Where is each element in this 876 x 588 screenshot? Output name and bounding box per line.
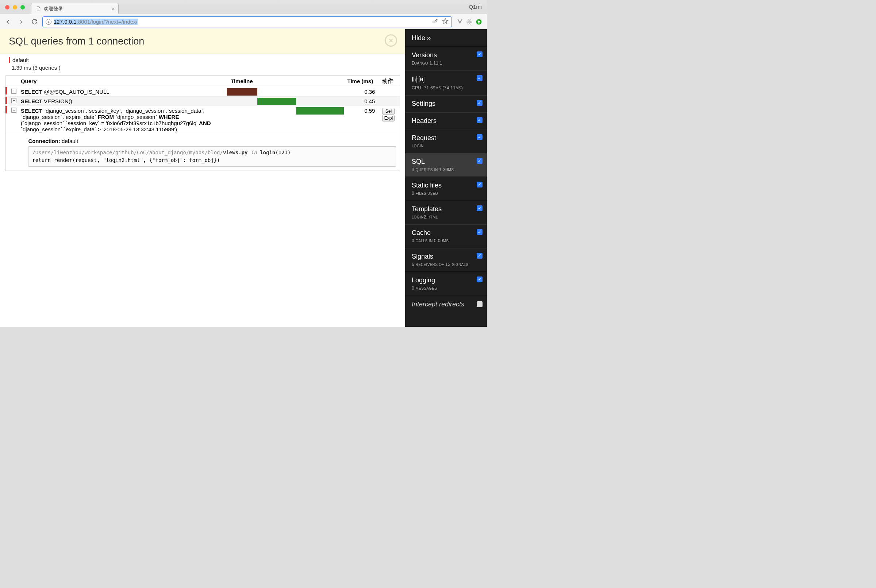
panel-subtitle: DJANGO 1.11.1 xyxy=(412,60,481,66)
panel-checkbox[interactable]: ✓ xyxy=(477,276,482,282)
toolbar-panel-cache[interactable]: Cache0 CALLS IN 0.00MS✓ xyxy=(405,224,487,248)
panel-title: Templates xyxy=(412,206,481,213)
nav-reload-button[interactable] xyxy=(29,17,39,27)
nav-back-button[interactable] xyxy=(3,17,13,27)
browser-tab[interactable]: 欢迎登录 × xyxy=(31,3,119,14)
query-actions xyxy=(379,97,400,106)
panel-subtitle: 0 MESSAGES xyxy=(412,286,481,291)
panel-title: Static files xyxy=(412,182,481,189)
panel-subtitle: 0 CALLS IN 0.00MS xyxy=(412,238,481,243)
react-ext-icon[interactable] xyxy=(466,18,473,26)
panel-subtitle: LOGIN2.HTML xyxy=(412,214,481,220)
toolbar-panel-request[interactable]: RequestLOGIN✓ xyxy=(405,129,487,153)
panel-title: Logging xyxy=(412,276,481,284)
sql-queries-table: Query Timeline Time (ms) 动作 + SELECT @@S… xyxy=(6,75,400,171)
timeline-bar xyxy=(257,98,296,105)
panel-checkbox[interactable]: ✓ xyxy=(477,253,482,259)
connection-name: default xyxy=(9,57,397,63)
query-row: − SELECT `django_session`.`session_key`,… xyxy=(6,106,400,134)
tab-close-button[interactable]: × xyxy=(112,6,114,12)
toolbar-panel-settings[interactable]: Settings✓ xyxy=(405,95,487,112)
panel-checkbox[interactable]: ✓ xyxy=(477,117,482,123)
panel-checkbox[interactable]: ✓ xyxy=(477,206,482,211)
sql-panel: SQL queries from 1 connection × default … xyxy=(0,29,405,327)
toolbar-panel-templates[interactable]: TemplatesLOGIN2.HTML✓ xyxy=(405,201,487,224)
panel-title: Settings xyxy=(412,100,481,108)
panel-subtitle: 6 RECEIVERS OF 12 SIGNALS xyxy=(412,262,481,267)
window-maximize-button[interactable] xyxy=(20,5,25,9)
panel-title: SQL queries from 1 connection xyxy=(9,36,397,47)
panel-subtitle: 0 FILES USED xyxy=(412,191,481,196)
window-controls xyxy=(5,5,25,9)
toolbar-panel-时间[interactable]: 时间CPU: 71.69MS (74.11MS)✓ xyxy=(405,70,487,95)
up-ext-icon[interactable] xyxy=(475,18,482,26)
star-icon[interactable] xyxy=(442,18,449,26)
window-close-button[interactable] xyxy=(5,5,9,9)
query-text: SELECT `django_session`.`session_key`, `… xyxy=(21,108,211,132)
info-icon[interactable]: i xyxy=(46,19,51,25)
extension-icons xyxy=(455,18,484,26)
query-row: + SELECT VERSION() 0.45 xyxy=(6,97,400,106)
url-text: 127.0.0.1:8001/login/?next=/index/ xyxy=(54,19,430,25)
col-header-time: Time (ms) xyxy=(344,75,379,87)
vue-ext-icon[interactable] xyxy=(456,18,464,26)
panel-checkbox[interactable]: ✓ xyxy=(477,100,482,106)
panel-subtitle: 3 QUERIES IN 1.39MS xyxy=(412,167,481,172)
panel-title: Headers xyxy=(412,117,481,125)
panel-title: Request xyxy=(412,134,481,142)
toggle-row-button[interactable]: + xyxy=(11,98,17,103)
timeline-bar xyxy=(296,107,344,114)
window-minimize-button[interactable] xyxy=(13,5,17,9)
query-time: 0.36 xyxy=(344,87,379,97)
toolbar-hide-button[interactable]: Hide » xyxy=(405,29,487,47)
timeline-bar xyxy=(227,88,257,96)
query-time: 0.59 xyxy=(344,106,379,134)
panel-checkbox[interactable]: ✓ xyxy=(477,51,482,57)
col-header-query: Query xyxy=(17,75,227,87)
action-expl-button[interactable]: Expl xyxy=(382,115,395,122)
action-sel-button[interactable]: Sel xyxy=(382,108,395,114)
toolbar-panel-headers[interactable]: Headers✓ xyxy=(405,112,487,129)
toolbar-panel-versions[interactable]: VersionsDJANGO 1.11.1✓ xyxy=(405,47,487,70)
severity-bar xyxy=(6,87,7,94)
panel-checkbox[interactable]: ✓ xyxy=(477,158,482,164)
panel-checkbox[interactable]: ✓ xyxy=(477,182,482,188)
panel-checkbox[interactable]: ✓ xyxy=(477,134,482,140)
panel-title: Cache xyxy=(412,229,481,237)
panel-checkbox[interactable]: ✓ xyxy=(477,75,482,81)
svg-point-1 xyxy=(469,21,470,22)
query-time: 0.45 xyxy=(344,97,379,106)
col-header-action: 动作 xyxy=(379,75,400,87)
close-panel-button[interactable]: × xyxy=(385,34,397,47)
panel-subtitle: LOGIN xyxy=(412,143,481,148)
panel-title: SQL xyxy=(412,158,481,166)
tab-title: 欢迎登录 xyxy=(44,6,109,12)
toolbar-panel-signals[interactable]: Signals6 RECEIVERS OF 12 SIGNALS✓ xyxy=(405,248,487,272)
intercept-checkbox[interactable] xyxy=(477,301,482,307)
connection-line: Connection: default xyxy=(28,138,396,144)
panel-title: Versions xyxy=(412,51,481,59)
nav-forward-button[interactable] xyxy=(16,17,26,27)
address-bar[interactable]: i 127.0.0.1:8001/login/?next=/index/ xyxy=(42,16,452,27)
col-header-timeline: Timeline xyxy=(227,75,344,87)
severity-bar xyxy=(6,106,7,114)
browser-chrome: 欢迎登录 × Q1mi i 127.0.0.1:8001/login/?next… xyxy=(0,0,487,29)
traceback-box: /Users/liwenzhou/workspace/github/CoC/ab… xyxy=(28,146,396,167)
toggle-row-button[interactable]: + xyxy=(11,88,17,94)
profile-badge[interactable]: Q1mi xyxy=(469,4,482,10)
toolbar-panel-sql[interactable]: SQL3 QUERIES IN 1.39MS✓ xyxy=(405,153,487,177)
debug-toolbar: Hide » VersionsDJANGO 1.11.1✓时间CPU: 71.6… xyxy=(405,29,487,327)
toolbar-panel-logging[interactable]: Logging0 MESSAGES✓ xyxy=(405,272,487,296)
intercept-redirects-label[interactable]: Intercept redirects xyxy=(405,296,487,314)
panel-checkbox[interactable]: ✓ xyxy=(477,229,482,235)
query-actions: SelExpl xyxy=(379,106,400,134)
sql-panel-header: SQL queries from 1 connection × xyxy=(0,29,405,54)
toolbar-panel-static-files[interactable]: Static files0 FILES USED✓ xyxy=(405,177,487,201)
panel-title: 时间 xyxy=(412,75,481,84)
severity-bar xyxy=(6,97,7,104)
connection-summary: 1.39 ms (3 queries ) xyxy=(12,64,397,71)
query-actions xyxy=(379,87,400,97)
key-icon[interactable] xyxy=(432,18,438,26)
toggle-row-button[interactable]: − xyxy=(11,108,17,113)
panel-subtitle: CPU: 71.69MS (74.11MS) xyxy=(412,86,481,90)
